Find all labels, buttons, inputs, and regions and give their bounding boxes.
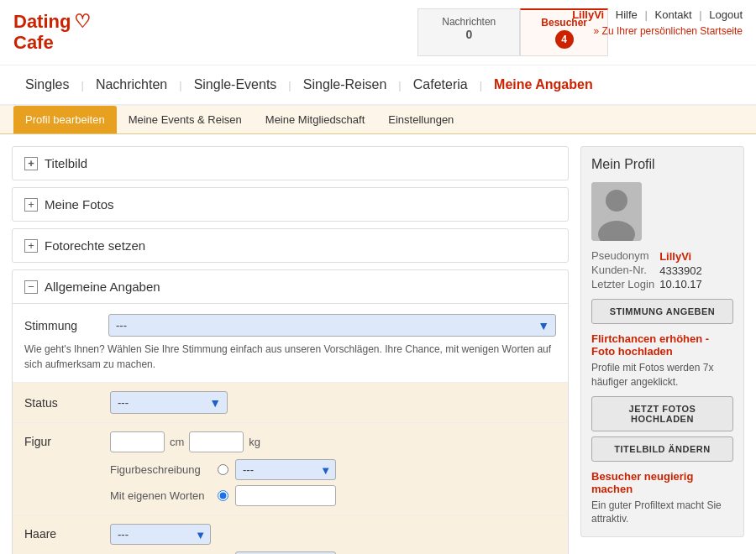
haare-row: Haare --- ▼ Haarbeschreibung bbox=[13, 515, 568, 554]
logo-cafe: Cafe bbox=[13, 33, 91, 53]
sidebar-title: Mein Profil bbox=[591, 157, 733, 172]
allgemeine-section: − Allgemeine Angaben Stimmung --- ▼ Wie … bbox=[12, 269, 569, 554]
avatar bbox=[591, 182, 642, 241]
status-select[interactable]: --- bbox=[110, 391, 228, 414]
header: Dating ♡ Cafe Nachrichten 0 Besucher 4 L… bbox=[0, 0, 756, 65]
heart-icon: ♡ bbox=[74, 12, 91, 32]
haare-select[interactable]: --- bbox=[110, 524, 211, 545]
header-right: LillyVi Hilfe | Kontakt | Logout » Zu Ih… bbox=[572, 8, 743, 37]
hilfe-link[interactable]: Hilfe bbox=[616, 8, 638, 21]
stimmung-btn[interactable]: STIMMUNG ANGEBEN bbox=[591, 299, 733, 324]
subnav-events[interactable]: Meine Events & Reisen bbox=[117, 106, 254, 133]
figur-label: Figur bbox=[24, 431, 100, 448]
sub-nav: Profil bearbeiten Meine Events & Reisen … bbox=[0, 106, 756, 134]
stimmung-label: Stimmung bbox=[24, 319, 100, 332]
login-label: Letzter Login bbox=[591, 278, 659, 290]
expand-icon-fotorechte: + bbox=[24, 239, 38, 253]
allgemeine-header[interactable]: − Allgemeine Angaben bbox=[13, 270, 568, 304]
figur-kg-unit: kg bbox=[249, 436, 260, 448]
personal-link[interactable]: » Zu Ihrer persönlichen Startseite bbox=[572, 24, 743, 37]
content-area: + Titelbild + Meine Fotos + Fotorechte s… bbox=[0, 134, 756, 554]
subnav-einstellungen[interactable]: Einstellungen bbox=[376, 106, 465, 133]
fotorechte-section[interactable]: + Fotorechte setzen bbox=[12, 228, 569, 263]
figur-beschreibung-select[interactable]: --- bbox=[235, 459, 336, 480]
titelbild-btn[interactable]: TITELBILD ÄNDERN bbox=[591, 436, 733, 462]
nav-singles[interactable]: Singles bbox=[13, 65, 81, 104]
logo: Dating ♡ Cafe bbox=[13, 12, 91, 52]
fotorechte-label: Fotorechte setzen bbox=[45, 238, 145, 253]
nav-meine-angaben[interactable]: Meine Angaben bbox=[482, 65, 605, 104]
pseudonym-label: Pseudonym bbox=[591, 249, 659, 264]
figur-kg-input[interactable] bbox=[189, 431, 244, 452]
meine-fotos-section[interactable]: + Meine Fotos bbox=[12, 187, 569, 222]
meine-fotos-label: Meine Fotos bbox=[45, 197, 114, 212]
figur-eigene-label: Mit eigenen Worten bbox=[110, 489, 211, 502]
nav-nachrichten[interactable]: Nachrichten bbox=[84, 65, 179, 104]
main-panel: + Titelbild + Meine Fotos + Fotorechte s… bbox=[12, 146, 569, 554]
figur-cm-unit: cm bbox=[170, 436, 184, 448]
login-value: 10.10.17 bbox=[659, 278, 702, 290]
nav-cafeteria[interactable]: Cafeteria bbox=[402, 65, 480, 104]
kunden-label: Kunden-Nr. bbox=[591, 264, 659, 278]
stimmung-group: Stimmung --- ▼ Wie geht's Ihnen? Wählen … bbox=[13, 304, 568, 383]
expand-icon-titelbild: + bbox=[24, 157, 38, 170]
main-nav: Singles | Nachrichten | Single-Events | … bbox=[0, 65, 756, 106]
flirt-title: Flirtchancen erhöhen - Foto hochladen bbox=[591, 332, 733, 358]
subnav-mitglied[interactable]: Meine Mitgliedschaft bbox=[254, 106, 377, 133]
besucher-title: Besucher neugierig machen bbox=[591, 470, 733, 495]
titelbild-section[interactable]: + Titelbild bbox=[12, 146, 569, 180]
allgemeine-label: Allgemeine Angaben bbox=[45, 280, 160, 294]
stimmung-select[interactable]: --- bbox=[108, 314, 556, 337]
status-row: Status --- ▼ bbox=[13, 383, 568, 423]
figur-row: Figur cm kg Figurbeschreibung bbox=[13, 423, 568, 515]
svg-point-1 bbox=[606, 190, 627, 212]
nav-single-events[interactable]: Single-Events bbox=[182, 65, 289, 104]
figur-cm-input[interactable] bbox=[110, 431, 165, 452]
haare-label: Haare bbox=[24, 524, 100, 541]
status-label: Status bbox=[24, 396, 100, 410]
kontakt-link[interactable]: Kontakt bbox=[655, 8, 692, 21]
titelbild-label: Titelbild bbox=[45, 156, 87, 170]
header-links: LillyVi Hilfe | Kontakt | Logout bbox=[572, 8, 743, 21]
nav-single-reisen[interactable]: Single-Reisen bbox=[291, 65, 399, 104]
kunden-value: 4333902 bbox=[659, 264, 702, 278]
flirt-text: Profile mit Fotos werden 7x häufiger ang… bbox=[591, 361, 733, 389]
avatar-silhouette bbox=[591, 182, 642, 241]
besucher-text: Ein guter Profiltext macht Sie attraktiv… bbox=[591, 499, 733, 527]
pseudonym-value: LillyVi bbox=[659, 249, 702, 264]
expand-icon-fotos: + bbox=[24, 198, 38, 212]
sidebar-box: Mein Profil Pseudonym LillyVi Kunden-Nr.… bbox=[580, 146, 744, 537]
sidebar: Mein Profil Pseudonym LillyVi Kunden-Nr.… bbox=[580, 146, 744, 554]
figur-beschreibung-radio[interactable] bbox=[218, 464, 228, 475]
figur-beschreibung-label: Figurbeschreibung bbox=[110, 463, 211, 476]
logout-link[interactable]: Logout bbox=[709, 8, 743, 21]
nachrichten-tab[interactable]: Nachrichten 0 bbox=[417, 8, 520, 56]
figur-eigene-input[interactable] bbox=[235, 485, 336, 506]
figur-eigene-radio[interactable] bbox=[218, 490, 228, 501]
stimmung-hint: Wie geht's Ihnen? Wählen Sie Ihre Stimmu… bbox=[24, 342, 556, 372]
foto-hochladen-btn[interactable]: JETZT FOTOS HOCHLADEN bbox=[591, 396, 733, 431]
collapse-icon-allgemeine: − bbox=[24, 280, 38, 294]
profile-info-table: Pseudonym LillyVi Kunden-Nr. 4333902 Let… bbox=[591, 249, 702, 290]
besucher-badge: 4 bbox=[555, 30, 574, 49]
subnav-profil[interactable]: Profil bearbeiten bbox=[13, 106, 117, 133]
logo-dating: Dating ♡ bbox=[13, 12, 91, 32]
